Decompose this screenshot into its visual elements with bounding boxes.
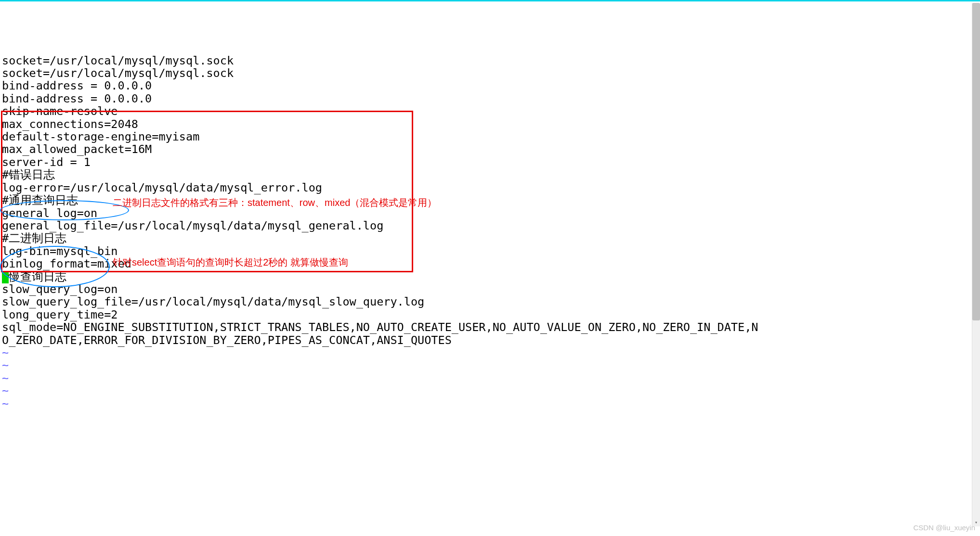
- config-line: server-id = 1: [2, 156, 980, 168]
- watermark: CSDN @liu_xueyin: [913, 524, 975, 532]
- empty-line-tilde: ~: [2, 359, 980, 371]
- config-line: bind-address = 0.0.0.0: [2, 79, 980, 92]
- config-line: socket=/usr/local/mysql/mysql.sock: [2, 67, 980, 79]
- config-line: general_log_file=/usr/local/mysql/data/m…: [2, 219, 980, 232]
- config-line: slow_query_log=on: [2, 283, 980, 295]
- cursor-block: [2, 272, 9, 283]
- editor-content[interactable]: socket=/usr/local/mysql/mysql.socksocket…: [2, 54, 980, 410]
- config-line: #慢查询日志: [2, 270, 980, 283]
- config-line: default-storage-engine=myisam: [2, 130, 980, 143]
- config-line: sql_mode=NO_ENGINE_SUBSTITUTION,STRICT_T…: [2, 321, 980, 333]
- config-line: log-error=/usr/local/mysql/data/mysql_er…: [2, 181, 980, 194]
- config-line: general_log=on: [2, 207, 980, 219]
- config-line: #错误日志: [2, 168, 980, 181]
- config-line: max_connections=2048: [2, 118, 980, 130]
- vertical-scrollbar[interactable]: ▾: [972, 3, 980, 526]
- empty-line-tilde: ~: [2, 346, 980, 359]
- config-line: #二进制日志: [2, 232, 980, 244]
- config-line: slow_query_log_file=/usr/local/mysql/dat…: [2, 295, 980, 308]
- config-line: socket=/usr/local/mysql/mysql.sock: [2, 54, 980, 67]
- config-line: long_query_time=2: [2, 308, 980, 321]
- config-line: bind-address = 0.0.0.0: [2, 92, 980, 105]
- empty-line-tilde: ~: [2, 384, 980, 397]
- scroll-down-icon[interactable]: ▾: [972, 518, 980, 526]
- config-line: log-bin=mysql_bin: [2, 245, 980, 257]
- empty-line-tilde: ~: [2, 372, 980, 384]
- empty-line-tilde: ~: [2, 397, 980, 410]
- annotation-binlog-format: 二进制日志文件的格式有三种：statement、row、mixed（混合模式是常…: [113, 197, 437, 208]
- config-line: max_allowed_packet=16M: [2, 143, 980, 155]
- config-line: skip-name-resolve: [2, 105, 980, 117]
- config-line: O_ZERO_DATE,ERROR_FOR_DIVISION_BY_ZERO,P…: [2, 334, 980, 346]
- annotation-slow-query: 针对select查询语句的查询时长超过2秒的 就算做慢查询: [113, 257, 348, 268]
